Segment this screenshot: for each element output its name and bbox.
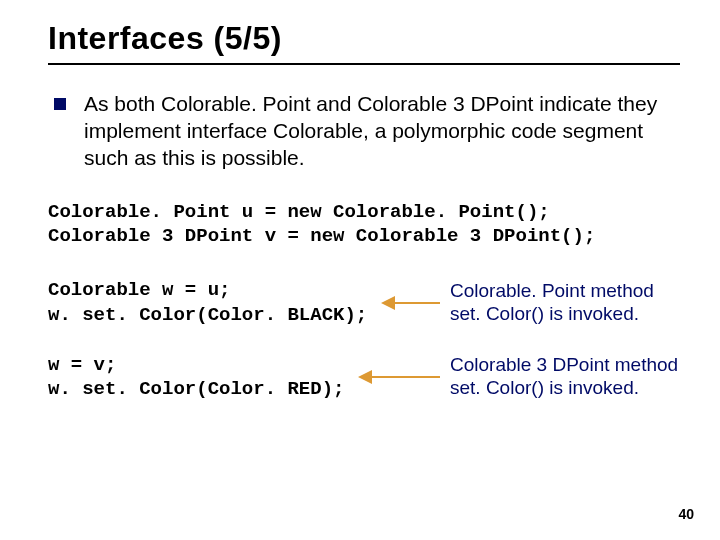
arrow-line: [372, 376, 440, 378]
bullet-text: As both Colorable. Point and Colorable 3…: [84, 91, 680, 172]
title-underline: [48, 63, 680, 65]
arrow-head-icon: [358, 370, 372, 384]
page-title: Interfaces (5/5): [48, 20, 680, 57]
code-block-3: w = v; w. set. Color(Color. RED);: [48, 353, 344, 402]
code-line: w = v;: [48, 353, 344, 377]
annotation-line: set. Color() is invoked.: [450, 377, 680, 400]
arrow-left-icon: [381, 296, 440, 310]
arrow-head-icon: [381, 296, 395, 310]
code-line: Colorable. Point u = new Colorable. Poin…: [48, 200, 680, 224]
arrow-left-icon: [358, 370, 440, 384]
code-annotation-row: w = v; w. set. Color(Color. RED); Colora…: [48, 353, 680, 402]
slide: Interfaces (5/5) As both Colorable. Poin…: [0, 0, 720, 540]
code-line: Colorable w = u;: [48, 278, 367, 302]
square-bullet-icon: [54, 98, 66, 110]
page-number: 40: [678, 506, 694, 522]
bullet-item: As both Colorable. Point and Colorable 3…: [48, 91, 680, 172]
annotation-2: Colorable 3 DPoint method set. Color() i…: [450, 354, 680, 400]
arrow-line: [395, 302, 440, 304]
annotation-1: Colorable. Point method set. Color() is …: [450, 280, 680, 326]
code-block-1: Colorable. Point u = new Colorable. Poin…: [48, 200, 680, 249]
annotation-line: Colorable 3 DPoint method: [450, 354, 680, 377]
code-annotation-row: Colorable w = u; w. set. Color(Color. BL…: [48, 278, 680, 327]
annotation-line: set. Color() is invoked.: [450, 303, 680, 326]
code-line: Colorable 3 DPoint v = new Colorable 3 D…: [48, 224, 680, 248]
code-line: w. set. Color(Color. BLACK);: [48, 303, 367, 327]
code-block-2: Colorable w = u; w. set. Color(Color. BL…: [48, 278, 367, 327]
code-line: w. set. Color(Color. RED);: [48, 377, 344, 401]
annotation-line: Colorable. Point method: [450, 280, 680, 303]
